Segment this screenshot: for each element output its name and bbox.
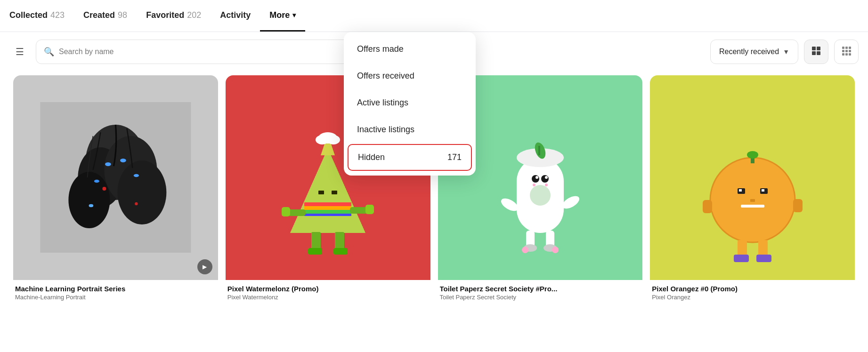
grid-view-button-small[interactable] (804, 40, 828, 64)
nft-title-toilet-paperz: Toilet Paperz Secret Society #Pro... (440, 285, 641, 293)
svg-rect-4 (842, 47, 844, 49)
tab-created-count: 98 (118, 10, 127, 20)
svg-point-19 (105, 162, 111, 166)
play-button[interactable]: ▶ (197, 259, 212, 274)
active-listings-label: Active listings (357, 98, 408, 108)
svg-rect-32 (332, 191, 337, 194)
chevron-down-icon: ▾ (292, 11, 296, 19)
inactive-listings-label: Inactive listings (357, 125, 414, 135)
hidden-count: 171 (447, 152, 462, 162)
nft-collection-pixel-orangez: Pixel Orangez (652, 294, 853, 301)
search-input[interactable] (59, 48, 348, 56)
tab-collected-label: Collected (9, 10, 48, 20)
svg-rect-1 (817, 47, 820, 50)
svg-point-55 (545, 184, 548, 186)
dropdown-item-hidden[interactable]: Hidden 171 (348, 144, 472, 171)
nft-collection-toilet-paperz: Toilet Paperz Secret Society (440, 294, 641, 301)
svg-point-49 (541, 175, 549, 183)
svg-rect-71 (750, 199, 755, 202)
svg-rect-70 (741, 205, 764, 208)
tab-more[interactable]: More ▾ (260, 0, 305, 32)
filter-icon: ☰ (16, 46, 24, 57)
hidden-label: Hidden (358, 152, 385, 162)
svg-rect-68 (739, 189, 742, 192)
svg-rect-43 (282, 207, 290, 216)
svg-rect-73 (703, 200, 712, 213)
svg-rect-79 (756, 255, 771, 262)
svg-rect-10 (842, 53, 844, 56)
svg-rect-9 (849, 50, 851, 52)
svg-point-54 (533, 184, 535, 186)
more-dropdown-menu: Offers made Offers received Active listi… (344, 32, 476, 176)
nft-collection-ml: Machine-Learning Portrait (15, 294, 216, 301)
svg-rect-8 (845, 50, 848, 52)
svg-rect-12 (849, 53, 851, 56)
svg-point-25 (135, 202, 138, 205)
filter-button[interactable]: ☰ (9, 41, 30, 62)
tab-created-label: Created (83, 10, 115, 20)
svg-rect-7 (842, 50, 844, 52)
svg-rect-39 (308, 248, 322, 255)
svg-point-18 (117, 160, 166, 224)
svg-point-63 (552, 247, 559, 253)
grid-view-button-large[interactable] (834, 40, 859, 64)
tab-favorited-label: Favorited (146, 10, 184, 20)
svg-point-21 (94, 180, 99, 183)
svg-point-48 (532, 175, 539, 183)
nft-card-pixel-orangez[interactable]: Pixel Orangez #0 (Promo) Pixel Orangez (650, 75, 855, 303)
svg-rect-31 (318, 191, 324, 194)
nft-image-pixel-orangez (650, 75, 855, 280)
svg-rect-6 (849, 47, 851, 49)
svg-point-62 (522, 247, 528, 253)
top-nav: Collected 423 Created 98 Favorited 202 A… (0, 0, 868, 32)
sort-dropdown[interactable]: Recently received ▼ (710, 40, 798, 64)
tab-activity[interactable]: Activity (211, 0, 260, 32)
svg-point-29 (316, 135, 329, 144)
nft-info-watermelonz: Pixel Watermelonz (Promo) Pixel Watermel… (226, 280, 430, 303)
nft-card-ml-portrait[interactable]: ▶ Machine Learning Portrait Series Machi… (13, 75, 218, 303)
svg-point-20 (120, 159, 126, 162)
svg-point-47 (530, 185, 551, 206)
svg-rect-11 (845, 53, 848, 56)
svg-point-50 (535, 176, 538, 179)
nft-title-ml: Machine Learning Portrait Series (15, 285, 216, 293)
tab-more-label: More (269, 10, 290, 20)
search-icon: 🔍 (44, 47, 54, 57)
tab-collected[interactable]: Collected 423 (9, 0, 74, 32)
grid-small-icon (811, 46, 821, 58)
nft-info-toilet-paperz: Toilet Paperz Secret Society #Pro... Toi… (438, 280, 643, 303)
svg-rect-41 (288, 209, 306, 216)
nft-info-ml: Machine Learning Portrait Series Machine… (13, 280, 218, 303)
svg-point-51 (545, 176, 548, 179)
svg-rect-35 (304, 210, 351, 214)
svg-point-17 (68, 172, 110, 228)
svg-rect-75 (793, 199, 803, 212)
svg-rect-34 (304, 206, 351, 210)
svg-rect-33 (304, 202, 351, 206)
svg-point-22 (134, 174, 139, 177)
nft-collection-watermelonz: Pixel Watermelonz (227, 294, 429, 301)
sort-chevron-icon: ▼ (783, 48, 789, 56)
dropdown-item-offers-made[interactable]: Offers made (344, 36, 476, 63)
svg-point-23 (89, 204, 94, 207)
svg-point-30 (327, 135, 340, 144)
nft-title-watermelonz: Pixel Watermelonz (Promo) (227, 285, 429, 293)
nft-info-pixel-orangez: Pixel Orangez #0 (Promo) Pixel Orangez (650, 280, 855, 303)
svg-rect-53 (538, 146, 540, 155)
svg-point-81 (747, 151, 758, 159)
svg-rect-42 (350, 207, 368, 214)
tab-collected-count: 423 (50, 10, 65, 20)
tab-favorited-count: 202 (187, 10, 201, 20)
svg-rect-5 (845, 47, 848, 49)
dropdown-item-active-listings[interactable]: Active listings (344, 89, 476, 116)
dropdown-item-offers-received[interactable]: Offers received (344, 63, 476, 89)
svg-rect-0 (812, 47, 816, 50)
offers-made-label: Offers made (357, 44, 404, 54)
svg-point-24 (102, 187, 106, 191)
tab-favorited[interactable]: Favorited 202 (137, 0, 211, 32)
dropdown-item-inactive-listings[interactable]: Inactive listings (344, 116, 476, 143)
search-box[interactable]: 🔍 (36, 40, 356, 64)
tab-created[interactable]: Created 98 (74, 0, 137, 32)
svg-rect-44 (365, 205, 374, 214)
svg-rect-40 (333, 248, 348, 255)
